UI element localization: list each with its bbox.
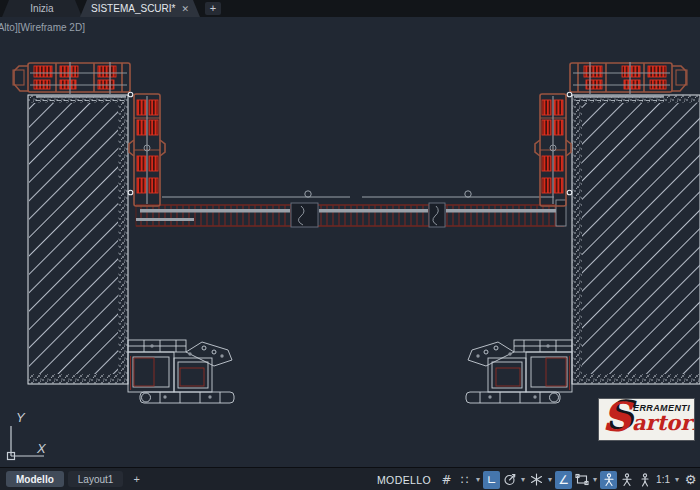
window-frame-section-right[interactable] bbox=[466, 340, 572, 403]
sartori-logo: S ERRAMENTI artori bbox=[598, 398, 695, 441]
cad-drawing[interactable]: Y X bbox=[0, 17, 700, 467]
snap-icon[interactable]: ∷ bbox=[456, 471, 473, 489]
object-snap-dropdown-icon[interactable]: ▾ bbox=[591, 475, 599, 484]
annotation-scale-icon[interactable] bbox=[636, 471, 653, 489]
file-tab-label: SISTEMA_SCURI* bbox=[91, 3, 175, 14]
wall-section-left[interactable] bbox=[28, 95, 128, 384]
logo-initial: S bbox=[602, 398, 631, 440]
viewport-controls[interactable]: [-][Alto][Wireframe 2D] bbox=[0, 22, 85, 33]
ucs-x-label: X bbox=[36, 441, 47, 456]
status-bar: MODELLO # ∷ ▾ ∟ ▾ ▾ ∠ bbox=[377, 468, 700, 490]
polar-dropdown-icon[interactable]: ▾ bbox=[519, 475, 527, 484]
tab-layout1[interactable]: Layout1 bbox=[68, 471, 124, 487]
grid-icon[interactable]: # bbox=[438, 471, 455, 489]
ortho-icon[interactable]: ∟ bbox=[483, 471, 500, 489]
file-tab-inizia[interactable]: Inizia bbox=[2, 0, 82, 17]
ucs-icon: Y X bbox=[8, 410, 48, 460]
file-tab-bar: Inizia SISTEMA_SCURI* ✕ + bbox=[0, 0, 700, 17]
add-layout-button[interactable]: + bbox=[127, 473, 145, 485]
layout-tab-bar: Modello Layout1 + bbox=[0, 471, 146, 487]
new-tab-button[interactable]: + bbox=[205, 2, 221, 15]
logo-line2: artori bbox=[632, 410, 695, 435]
file-tab-label: Inizia bbox=[30, 3, 53, 14]
angle-snap-icon[interactable]: ∠ bbox=[555, 471, 572, 489]
file-tab-sistema-scuri[interactable]: SISTEMA_SCURI* ✕ bbox=[80, 0, 200, 17]
isodraft-dropdown-icon[interactable]: ▾ bbox=[546, 475, 554, 484]
annotation-scale-value[interactable]: 1:1 bbox=[654, 474, 672, 485]
model-space-label: MODELLO bbox=[377, 474, 431, 486]
window-frame-section-left[interactable] bbox=[128, 340, 234, 403]
wall-section-right[interactable] bbox=[572, 95, 700, 384]
scale-dropdown-icon[interactable]: ▾ bbox=[673, 475, 681, 484]
isodraft-icon[interactable] bbox=[528, 471, 545, 489]
polar-tracking-icon[interactable] bbox=[501, 471, 518, 489]
drawing-canvas[interactable]: [-][Alto][Wireframe 2D] bbox=[0, 17, 700, 467]
bottom-bar: Modello Layout1 + MODELLO # ∷ ▾ ∟ ▾ bbox=[0, 467, 700, 490]
ucs-y-label: Y bbox=[16, 410, 26, 425]
object-snap-icon[interactable] bbox=[573, 471, 590, 489]
shutter-panel-section[interactable] bbox=[136, 191, 566, 227]
snap-dropdown-icon[interactable]: ▾ bbox=[474, 475, 482, 484]
customization-gear-icon[interactable]: ⚙ bbox=[682, 471, 699, 489]
annotation-autoscale-icon[interactable] bbox=[618, 471, 635, 489]
close-tab-icon[interactable]: ✕ bbox=[181, 4, 189, 14]
cad-application-window: Inizia SISTEMA_SCURI* ✕ + [-][Alto][Wire… bbox=[0, 0, 700, 490]
annotation-visibility-icon[interactable] bbox=[600, 471, 617, 489]
tab-modello[interactable]: Modello bbox=[6, 471, 64, 487]
